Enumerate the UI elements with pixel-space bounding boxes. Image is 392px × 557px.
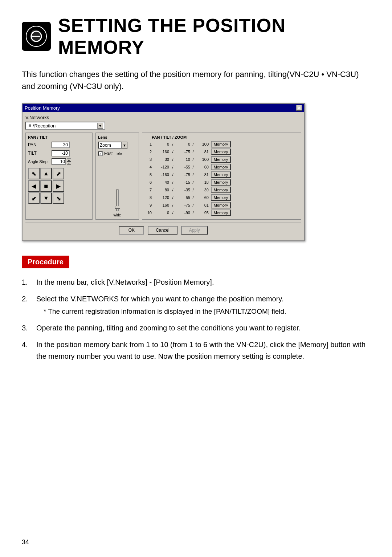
reception-value: \Reception xyxy=(33,123,56,129)
ptz-num: 4 xyxy=(144,165,152,169)
dir-left[interactable]: ◀ xyxy=(28,180,40,192)
ptz-tilt: -55 xyxy=(176,165,190,169)
description: This function changes the setting of the… xyxy=(22,68,370,92)
lens-label: Lens xyxy=(98,135,136,139)
header-icon xyxy=(22,22,51,51)
step-text: Select the V.NETWORKS for which you want… xyxy=(36,293,370,317)
ptz-tilt: -15 xyxy=(176,180,190,184)
ptz-pan: 160 xyxy=(152,203,170,207)
ptz-zoom: 60 xyxy=(196,195,209,200)
tilt-field-row: TILT xyxy=(28,150,90,156)
step-num: 3. xyxy=(22,322,36,334)
main-panels: PAN / TILT PAN TILT Angle Step ▲ ▼ xyxy=(25,133,301,220)
vnetworks-label: V.Networks xyxy=(25,115,301,120)
memory-button-4[interactable]: Memory xyxy=(211,164,231,170)
apply-button[interactable]: Apply xyxy=(181,226,208,235)
memory-button-2[interactable]: Memory xyxy=(211,149,231,155)
dir-bottom-left[interactable]: ⬋ xyxy=(28,192,40,204)
angle-step-label: Angle Step xyxy=(28,159,52,164)
ptz-pan: -120 xyxy=(152,165,170,169)
fast-label: Fast xyxy=(104,151,113,156)
pan-input[interactable] xyxy=(52,142,70,148)
ptz-header: PAN / TILT / ZOOM xyxy=(144,135,299,139)
page-header: SETTING THE POSITION MEMORY xyxy=(22,15,370,58)
memory-button-5[interactable]: Memory xyxy=(211,171,231,178)
ptz-row: 8 120 / -55 / 60 Memory xyxy=(144,194,299,201)
pan-tilt-panel: PAN / TILT PAN TILT Angle Step ▲ ▼ xyxy=(25,133,93,220)
dir-down[interactable]: ▼ xyxy=(40,192,52,204)
lens-select-row: Zoom ▼ xyxy=(98,142,136,149)
memory-button-3[interactable]: Memory xyxy=(211,156,231,163)
memory-button-1[interactable]: Memory xyxy=(211,141,231,147)
lens-select[interactable]: Zoom xyxy=(98,142,122,149)
step-text: Operate the panning, tilting and zooming… xyxy=(36,322,370,334)
dialog-footer: OK Cancel Apply xyxy=(25,223,301,237)
reception-dropdown-btn[interactable]: ▼ xyxy=(97,123,103,129)
fast-checkbox[interactable]: ✓ xyxy=(98,151,103,156)
ptz-pan: 0 xyxy=(152,211,170,215)
step-item: 1. In the menu bar, click [V.Networks] -… xyxy=(22,276,370,288)
ptz-row: 1 0 / 0 / 100 Memory xyxy=(144,141,299,147)
angle-step-input[interactable] xyxy=(52,158,66,165)
angle-step-row: Angle Step ▲ ▼ xyxy=(28,158,90,165)
ptz-zoom: 81 xyxy=(196,203,209,207)
lens-slider-thumb[interactable] xyxy=(115,206,120,209)
memory-button-8[interactable]: Memory xyxy=(211,194,231,201)
pan-tilt-label: PAN / TILT xyxy=(28,135,90,139)
ok-button[interactable]: OK xyxy=(119,226,144,235)
ptz-pan: -160 xyxy=(152,172,170,177)
ptz-tilt: -90 xyxy=(176,211,190,215)
ptz-num: 3 xyxy=(144,157,152,162)
tilt-input[interactable] xyxy=(52,150,70,156)
ptz-tilt: -75 xyxy=(176,172,190,177)
ptz-zoom: 95 xyxy=(196,211,209,215)
memory-button-6[interactable]: Memory xyxy=(211,179,231,186)
ptz-tilt: -10 xyxy=(176,157,190,162)
ptz-zoom: 81 xyxy=(196,172,209,177)
dialog-close-button[interactable]: ✕ xyxy=(296,105,302,111)
ptz-row: 5 -160 / -75 / 81 Memory xyxy=(144,171,299,178)
tele-label-inline: tele xyxy=(115,151,122,156)
memory-button-10[interactable]: Memory xyxy=(211,210,231,216)
cancel-button[interactable]: Cancel xyxy=(148,226,177,235)
spinner-down[interactable]: ▼ xyxy=(67,162,71,165)
step-num: 1. xyxy=(22,276,36,288)
lens-slider-track[interactable] xyxy=(116,190,119,211)
ptz-tilt: -75 xyxy=(176,203,190,207)
procedure-section: Procedure 1. In the menu bar, click [V.N… xyxy=(22,256,370,362)
ptz-num: 8 xyxy=(144,195,152,200)
memory-button-9[interactable]: Memory xyxy=(211,202,231,208)
ptz-row: 2 160 / -75 / 81 Memory xyxy=(144,149,299,155)
memory-button-7[interactable]: Memory xyxy=(211,187,231,193)
step-item: 3. Operate the panning, tilting and zoom… xyxy=(22,322,370,334)
ptz-panel: PAN / TILT / ZOOM 1 0 / 0 / 100 Memory 2… xyxy=(142,133,301,220)
ptz-tilt: -75 xyxy=(176,150,190,154)
ptz-num: 7 xyxy=(144,188,152,192)
dir-bottom-right[interactable]: ⬊ xyxy=(53,192,64,204)
reception-select[interactable]: 🖥 \Reception ▼ xyxy=(25,122,105,130)
step-note: * The current registration information i… xyxy=(44,306,370,317)
ptz-pan: 40 xyxy=(152,180,170,184)
pan-field-row: PAN xyxy=(28,142,90,148)
ptz-rows-container: 1 0 / 0 / 100 Memory 2 160 / -75 / 81 Me… xyxy=(144,141,299,216)
dir-right[interactable]: ▶ xyxy=(53,180,64,192)
ptz-tilt: -55 xyxy=(176,195,190,200)
lens-dropdown-btn[interactable]: ▼ xyxy=(122,142,127,149)
dir-top-left[interactable]: ⬉ xyxy=(28,168,40,179)
angle-step-spinners: ▲ ▼ xyxy=(67,158,71,165)
dir-center[interactable]: ◼ xyxy=(40,180,52,192)
pan-label: PAN xyxy=(28,142,52,147)
dir-up[interactable]: ▲ xyxy=(40,168,52,179)
ptz-tilt: 0 xyxy=(176,142,190,146)
ptz-num: 5 xyxy=(144,172,152,177)
ptz-num: 1 xyxy=(144,142,152,146)
ptz-pan: 0 xyxy=(152,142,170,146)
ptz-pan: 160 xyxy=(152,150,170,154)
page-number: 34 xyxy=(22,538,29,546)
ptz-zoom: 60 xyxy=(196,165,209,169)
spinner-up[interactable]: ▲ xyxy=(67,158,71,162)
ptz-num: 2 xyxy=(144,150,152,154)
lens-slider-area: wide xyxy=(98,190,136,217)
ptz-num: 9 xyxy=(144,203,152,207)
dir-top-right[interactable]: ⬈ xyxy=(53,168,64,179)
